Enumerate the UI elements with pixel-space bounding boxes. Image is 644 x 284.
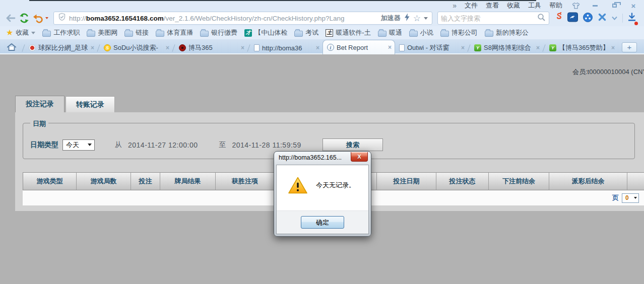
bookmark-item[interactable]: 土暖通软件-土 <box>326 28 370 37</box>
menu-file[interactable]: 文件 <box>465 1 478 10</box>
toolbar-overflow-icon[interactable]: » <box>453 2 457 10</box>
col-round-result: 牌局结果 <box>160 172 216 190</box>
bookmark-item[interactable]: 工作求职 <box>42 28 80 37</box>
download-icon[interactable] <box>627 13 636 24</box>
search-input[interactable] <box>441 15 537 22</box>
tab-close-icon[interactable]: × <box>166 45 169 51</box>
menu-favorites[interactable]: 收藏 <box>507 1 520 10</box>
to-label: 至 <box>219 140 226 150</box>
tab-s8[interactable]: S8网络博彩综合× <box>470 41 543 54</box>
close-window-button[interactable]: × <box>628 2 639 10</box>
col-game-type: 游戏类型 <box>23 172 77 190</box>
date-type-select[interactable]: 今天 <box>62 139 95 151</box>
boma-icon <box>179 44 186 51</box>
bookmark-item[interactable]: 暖通 <box>378 28 402 37</box>
address-dropdown-icon[interactable] <box>424 17 428 20</box>
date-type-label: 日期类型 <box>30 140 58 150</box>
tab-boma-url[interactable]: http://boma36× <box>250 41 323 54</box>
favorites-star-icon: ★ <box>6 29 13 37</box>
search-icon[interactable] <box>537 13 546 24</box>
from-datetime: 2014-11-27 12:00:00 <box>128 141 198 149</box>
page-label: 页 <box>612 193 619 202</box>
skin-icon[interactable] <box>570 2 582 10</box>
home-button[interactable] <box>4 41 19 53</box>
refresh-button[interactable] <box>17 11 31 25</box>
accelerator-label[interactable]: 加速器 <box>381 14 401 23</box>
chevron-down-icon[interactable] <box>611 14 618 23</box>
tab-bet-records[interactable]: 投注记录 <box>15 96 65 112</box>
tab-label: 【博马365赞助】 <box>559 43 609 52</box>
dialog-message: 今天无记录。 <box>316 181 355 190</box>
url-path: /ver_2.1.6/Web/CheckHistory/zh-cn/CheckH… <box>164 15 345 22</box>
tab-qiutan[interactable]: 球探比分網_足球× <box>25 41 97 54</box>
bookmark-item[interactable]: 考试 <box>294 28 318 37</box>
bookmark-item[interactable]: 小说 <box>409 28 433 37</box>
tab-outwi[interactable]: Outwi - 对话窗× <box>395 41 468 54</box>
tab-close-icon[interactable]: × <box>611 45 615 51</box>
member-info: 会员:t00000010004 (CNY <box>572 67 644 77</box>
bookmark-item[interactable]: 博彩公司 <box>440 28 478 37</box>
menu-help[interactable]: 帮助 <box>549 1 562 10</box>
tab-close-icon[interactable]: × <box>91 45 94 51</box>
bookmark-label: 暖通 <box>389 28 402 37</box>
search-button[interactable]: 搜索 <box>323 138 383 151</box>
shopping-icon[interactable] <box>554 12 563 25</box>
folder-icon <box>200 31 209 37</box>
tab-bet-report[interactable]: Bet Report× <box>323 40 395 54</box>
favorites-menu[interactable]: ★ 收藏 <box>6 28 35 37</box>
netbank-bird-icon[interactable] <box>567 12 578 24</box>
tab-label: SoDu小说搜索- <box>113 43 163 52</box>
dialog-body: 今天无记录。 确定 <box>276 165 369 234</box>
lightning-icon[interactable] <box>404 13 410 24</box>
url-text[interactable]: http:// boma3652.1654168.com /ver_2.1.6/… <box>69 15 378 22</box>
ok-button[interactable]: 确定 <box>301 216 344 229</box>
favorites-label: 收藏 <box>16 28 29 37</box>
cai-badge-icon: 才 <box>244 29 252 37</box>
col-winning-items: 获胜注项 <box>216 172 275 190</box>
bookmark-item[interactable]: 新的博彩公 <box>485 28 529 37</box>
tools-icon[interactable] <box>598 13 607 24</box>
date-type-value: 今天 <box>66 140 79 150</box>
page-select[interactable]: 0 <box>622 193 639 203</box>
menu-view[interactable]: 查看 <box>486 1 499 10</box>
undo-dropdown-icon[interactable] <box>45 17 48 19</box>
fieldset-legend: 日期 <box>30 119 48 128</box>
bookmark-item[interactable]: 链接 <box>124 28 149 37</box>
tab-boma-sponsor[interactable]: 【博马365赞助】× <box>545 41 618 54</box>
search-box[interactable] <box>437 12 549 25</box>
undo-button[interactable] <box>31 11 49 25</box>
bookmark-item[interactable]: 美图网 <box>87 28 117 37</box>
tab-close-icon[interactable]: × <box>536 45 540 51</box>
tab-close-icon[interactable]: × <box>388 44 392 50</box>
bookmark-item[interactable]: 才【中山体检 <box>244 28 287 37</box>
col-video: 视 <box>627 172 644 190</box>
tab-close-icon[interactable]: × <box>316 45 319 51</box>
page-select-value: 0 <box>625 194 629 201</box>
video-icon[interactable] <box>583 12 593 25</box>
tab-boma365[interactable]: 博马365× <box>175 41 247 54</box>
col-bet: 投注 <box>131 172 160 190</box>
menu-tools[interactable]: 工具 <box>528 1 541 10</box>
page-tabs: 投注记录 转账记录 <box>15 96 115 113</box>
folder-icon <box>87 31 95 37</box>
new-tab-button[interactable]: + <box>622 42 637 52</box>
tab-sodu[interactable]: SoDu小说搜索-× <box>100 41 172 54</box>
select-caret-icon <box>634 197 637 199</box>
bookmark-item[interactable]: 银行缴费 <box>200 28 237 37</box>
tab-label: Outwi - 对话窗 <box>407 43 459 52</box>
tab-close-icon[interactable]: × <box>241 45 244 51</box>
bookmark-star-icon[interactable]: ☆ <box>413 14 421 23</box>
tab-close-icon[interactable]: × <box>461 45 465 51</box>
folder-icon <box>42 31 51 37</box>
restore-button[interactable] <box>609 2 620 10</box>
bookmark-item[interactable]: 体育直播 <box>156 28 193 37</box>
col-balance-after: 派彩后结余 <box>549 172 627 190</box>
minimize-button[interactable] <box>590 2 601 10</box>
tab-label: http://boma36 <box>262 44 313 52</box>
green-app-icon <box>549 44 556 51</box>
ball-icon <box>29 44 36 51</box>
dialog-close-button[interactable]: X <box>351 152 368 162</box>
address-bar[interactable]: http:// boma3652.1654168.com /ver_2.1.6/… <box>53 12 432 25</box>
tab-transfer-records[interactable]: 转账记录 <box>66 96 115 113</box>
back-button[interactable] <box>3 11 17 25</box>
